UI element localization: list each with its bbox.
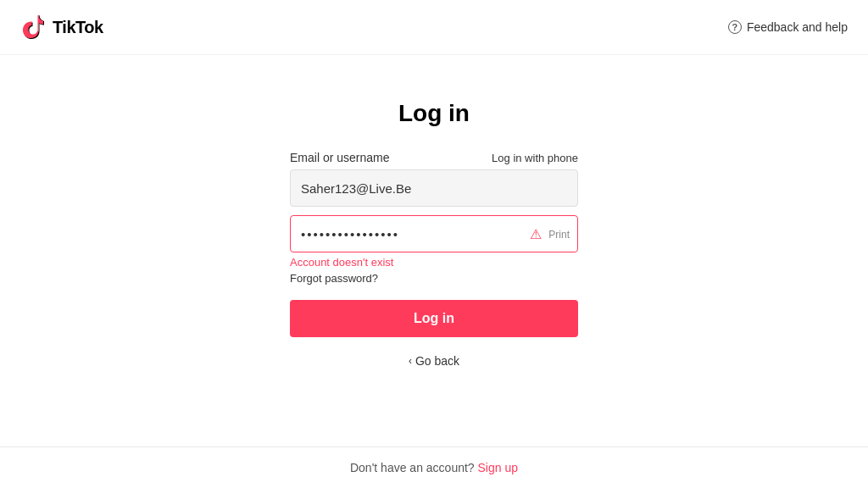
email-input[interactable] bbox=[290, 169, 578, 207]
feedback-help-button[interactable]: ? Feedback and help bbox=[728, 20, 848, 34]
no-account-text: Don't have an account? bbox=[350, 461, 475, 474]
password-wrapper: ⚠ Print bbox=[290, 215, 578, 252]
login-title: Log in bbox=[398, 100, 470, 127]
email-label: Email or username bbox=[290, 151, 390, 164]
feedback-help-label: Feedback and help bbox=[747, 20, 848, 34]
tiktok-logo-icon bbox=[20, 14, 47, 41]
warning-icon: ⚠ bbox=[530, 226, 542, 242]
sign-up-link[interactable]: Sign up bbox=[478, 461, 518, 474]
login-container: Log in Email or username Log in with pho… bbox=[290, 100, 578, 368]
login-button[interactable]: Log in bbox=[290, 300, 578, 337]
go-back-label: Go back bbox=[415, 354, 459, 368]
logo-area: TikTok bbox=[20, 14, 103, 41]
footer: Don't have an account? Sign up bbox=[0, 446, 868, 488]
error-message: Account doesn't exist bbox=[290, 256, 578, 269]
go-back-link[interactable]: ‹ Go back bbox=[409, 354, 459, 368]
question-icon: ? bbox=[728, 20, 742, 34]
password-icons: ⚠ Print bbox=[530, 226, 570, 242]
header: TikTok ? Feedback and help bbox=[0, 0, 868, 55]
login-with-phone-link[interactable]: Log in with phone bbox=[492, 152, 578, 164]
logo-text: TikTok bbox=[53, 18, 103, 37]
main-content: Log in Email or username Log in with pho… bbox=[0, 55, 868, 446]
form-area: Email or username Log in with phone ⚠ Pr… bbox=[290, 151, 578, 354]
chevron-left-icon: ‹ bbox=[409, 355, 412, 367]
forgot-password-link[interactable]: Forgot password? bbox=[290, 272, 578, 285]
email-field-header: Email or username Log in with phone bbox=[290, 151, 578, 164]
show-password-button[interactable]: Print bbox=[548, 228, 570, 240]
